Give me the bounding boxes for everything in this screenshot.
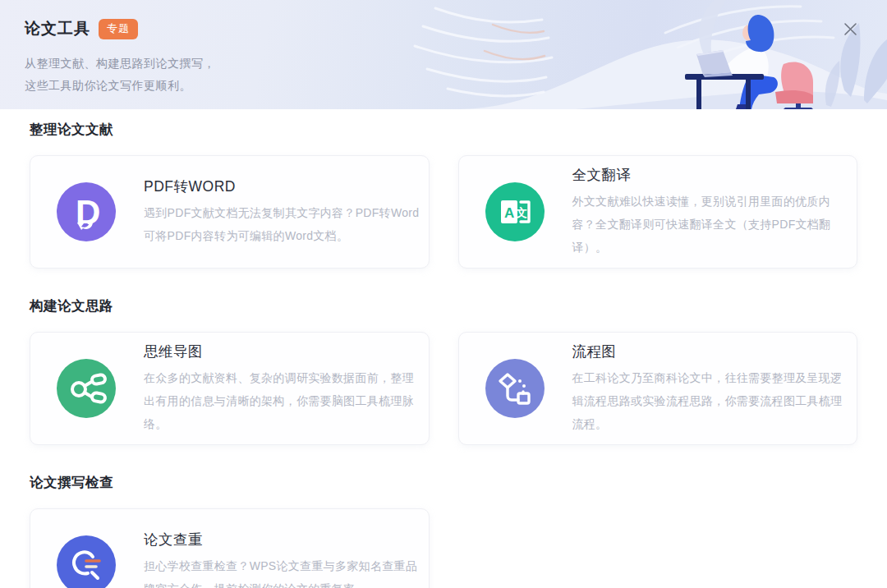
section-heading: 论文撰写检查	[30, 474, 857, 492]
subtitle-line-2: 这些工具助你论文写作更顺利。	[25, 75, 215, 97]
card-title: 论文查重	[144, 530, 421, 549]
page-subtitle: 从整理文献、构建思路到论文撰写， 这些工具助你论文写作更顺利。	[25, 53, 215, 97]
topic-badge: 专题	[99, 19, 138, 39]
page-title: 论文工具	[25, 18, 90, 39]
card-title: 思维导图	[144, 342, 421, 361]
section-writing-check: 论文撰写检查 论文查重 担心学校查重检查？WPS论文查重与多家知名查重品牌官方合…	[30, 474, 857, 588]
person-illustration	[669, 0, 857, 109]
card-title: PDF转WORD	[144, 177, 421, 196]
card-mindmap[interactable]: 思维导图 在众多的文献资料、复杂的调研实验数据面前，整理出有用的信息与清晰的架构…	[30, 332, 430, 445]
hero-text-block: 论文工具 专题 从整理文献、构建思路到论文撰写， 这些工具助你论文写作更顺利。	[25, 18, 215, 97]
card-description: 在工科论文乃至商科论文中，往往需要整理及呈现逻辑流程思路或实验流程思路，你需要流…	[572, 366, 850, 435]
svg-text:文: 文	[515, 206, 527, 219]
plagiarism-check-icon	[57, 535, 116, 588]
section-heading: 构建论文思路	[30, 297, 857, 315]
card-flowchart[interactable]: 流程图 在工科论文乃至商科论文中，往往需要整理及呈现逻辑流程思路或实验流程思路，…	[458, 332, 858, 445]
subtitle-line-1: 从整理文献、构建思路到论文撰写，	[25, 53, 215, 75]
section-organize-literature: 整理论文文献 D PDF转WORD 遇到PDF文献文档无法复制其文字内容？PDF…	[30, 121, 857, 269]
close-icon	[843, 22, 857, 36]
section-heading: 整理论文文献	[30, 121, 857, 139]
card-title: 流程图	[572, 342, 850, 361]
paper-tools-panel: 论文工具 专题 从整理文献、构建思路到论文撰写， 这些工具助你论文写作更顺利。 …	[0, 0, 887, 588]
card-description: 遇到PDF文献文档无法复制其文字内容？PDF转Word可将PDF内容转为可编辑的…	[144, 201, 421, 247]
close-button[interactable]	[841, 20, 859, 38]
mindmap-icon	[57, 359, 116, 418]
card-description: 外文文献难以快速读懂，更别说引用里面的优质内容？全文翻译则可快速翻译全文（支持P…	[572, 190, 850, 259]
card-description: 在众多的文献资料、复杂的调研实验数据面前，整理出有用的信息与清晰的架构，你需要脑…	[144, 366, 421, 435]
card-pdf-to-word[interactable]: D PDF转WORD 遇到PDF文献文档无法复制其文字内容？PDF转Word可将…	[30, 155, 430, 269]
card-title: 全文翻译	[572, 165, 850, 185]
hero-header: 论文工具 专题 从整理文献、构建思路到论文撰写， 这些工具助你论文写作更顺利。	[0, 0, 887, 109]
tools-content: 整理论文文献 D PDF转WORD 遇到PDF文献文档无法复制其文字内容？PDF…	[0, 121, 887, 588]
section-build-ideas: 构建论文思路 思维导图	[30, 297, 857, 445]
full-text-translate-icon: A 文	[485, 182, 545, 241]
card-description: 担心学校查重检查？WPS论文查重与多家知名查重品牌官方合作，提前检测你的论文的重…	[144, 554, 421, 588]
pdf-to-word-icon: D	[57, 182, 116, 241]
flowchart-icon	[485, 359, 545, 418]
card-plagiarism-check[interactable]: 论文查重 担心学校查重检查？WPS论文查重与多家知名查重品牌官方合作，提前检测你…	[30, 508, 430, 588]
card-full-text-translate[interactable]: A 文 全文翻译 外文文献难以快速读懂，更别说引用里面的优质内容？全文翻译则可快…	[458, 155, 858, 269]
svg-text:A: A	[504, 205, 514, 221]
